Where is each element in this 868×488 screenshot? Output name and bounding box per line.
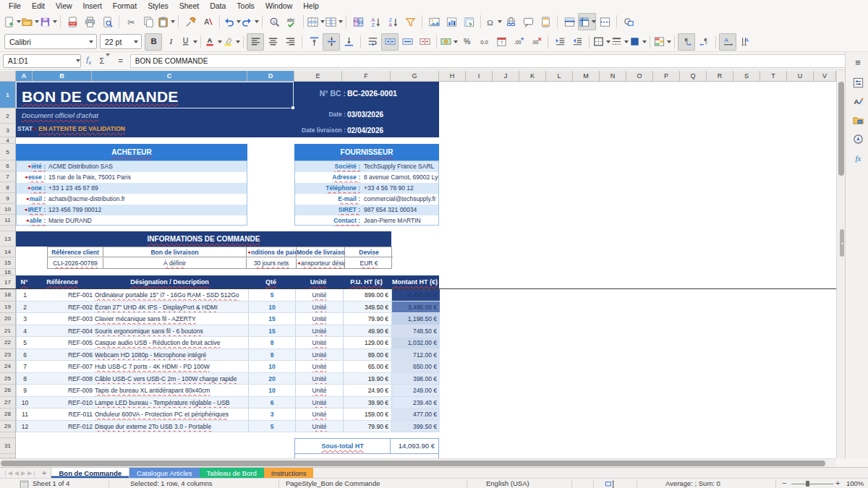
row-header-10[interactable]: 10 <box>0 204 16 215</box>
export-pdf-button[interactable]: PDF <box>64 13 81 30</box>
add-decimal-button[interactable]: .00 <box>510 33 527 51</box>
redo-button[interactable] <box>241 13 259 30</box>
item-row[interactable]: 1REF-001Ordinateur portable 15" i7 - 16G… <box>17 289 440 301</box>
previous-sheet-icon[interactable]: ◀ <box>14 470 19 476</box>
row-header-6[interactable]: 6 <box>0 160 16 171</box>
cut-button[interactable]: ✂ <box>122 13 140 30</box>
row-header-24[interactable]: 24 <box>0 361 16 373</box>
sidebar-gallery-button[interactable] <box>851 113 865 127</box>
border-style-button[interactable] <box>610 33 629 51</box>
equals-button[interactable]: = <box>113 56 129 65</box>
sheet-tab-catalogue-articles[interactable]: Catalogue Articles <box>129 468 200 478</box>
borders-button[interactable] <box>592 33 610 51</box>
menu-data[interactable]: Data <box>205 1 231 11</box>
row-header-25[interactable]: 25 <box>0 373 16 385</box>
selection-handle[interactable] <box>291 106 295 110</box>
column-header-J[interactable]: J <box>493 71 519 82</box>
vertical-scroll-thumb[interactable] <box>838 82 844 176</box>
column-header-P[interactable]: P <box>653 71 680 82</box>
sidebar-hide-grip[interactable]: ◂ <box>840 229 844 257</box>
formula-input[interactable]: BON DE COMMANDE <box>130 54 859 68</box>
sidebar-menu-button[interactable]: ≡ <box>851 55 865 69</box>
sheet-tab-tableau-de-bord[interactable]: Tableau de Bord <box>200 468 264 478</box>
merge-across-button[interactable] <box>399 33 416 51</box>
zoom-slider[interactable] <box>791 484 833 485</box>
row-header-21[interactable]: 21 <box>0 325 16 338</box>
autofilter-button[interactable] <box>401 13 419 30</box>
border-color-button[interactable] <box>629 33 647 51</box>
average-sum-info[interactable]: Average: ; Sum: 0 <box>665 479 720 488</box>
row-header-26[interactable]: 26 <box>0 385 16 397</box>
item-row[interactable]: 3REF-003Clavier mécanique sans fil - AZE… <box>17 313 440 325</box>
row-header-11[interactable]: 11 <box>0 215 16 226</box>
wrap-text-button[interactable] <box>364 33 381 51</box>
paste-button[interactable] <box>157 13 175 30</box>
align-vcenter-button[interactable] <box>323 33 340 51</box>
row-header-1[interactable]: 1 <box>0 82 16 108</box>
unmerge-cells-button[interactable] <box>416 33 433 51</box>
column-header-M[interactable]: M <box>573 71 600 82</box>
row-header-18[interactable]: 18 <box>0 289 16 301</box>
save-button[interactable] <box>39 13 57 30</box>
sheet-tab-instructions[interactable]: Instructions <box>264 468 314 478</box>
column-header-R[interactable]: R <box>707 71 733 82</box>
menu-format[interactable]: Format <box>108 1 142 11</box>
find-replace-button[interactable]: d <box>265 13 283 30</box>
conditional-formatting-button[interactable] <box>653 33 671 51</box>
column-header-E[interactable]: E <box>294 71 342 82</box>
sidebar-styles-button[interactable]: A <box>851 94 865 108</box>
menu-file[interactable]: File <box>4 1 26 11</box>
row-header-23[interactable]: 23 <box>0 349 16 361</box>
row-header-16[interactable]: 16 <box>0 269 16 275</box>
row-header-17[interactable]: 17 <box>0 275 16 289</box>
vertical-scrollbar[interactable] <box>836 70 845 458</box>
horizontal-scroll-thumb[interactable] <box>1 461 825 466</box>
align-right-button[interactable] <box>281 33 299 51</box>
item-row[interactable]: 8REF-008Câble USB-C vers USB-C 2m - 100W… <box>17 373 440 385</box>
item-row[interactable]: 9REF-009Tapis de bureau XL antidérapant … <box>17 385 440 397</box>
row-header-20[interactable]: 20 <box>0 313 16 325</box>
column-header-Q[interactable]: Q <box>680 71 707 82</box>
column-header-H[interactable]: H <box>439 71 466 82</box>
row-header-2[interactable]: 2 <box>0 108 16 124</box>
sort-descending-button[interactable]: ZA <box>384 13 401 30</box>
last-sheet-icon[interactable]: ▶❘ <box>27 470 37 476</box>
menu-view[interactable]: View <box>51 1 77 11</box>
item-row[interactable]: 10REF-010Lampe LED bureau - Température … <box>17 397 440 409</box>
zoom-out-button[interactable]: − <box>782 479 786 488</box>
row-header-4[interactable]: 4 <box>0 137 16 144</box>
name-box[interactable]: A1:D1 <box>3 54 81 68</box>
freeze-panes-button[interactable] <box>578 13 596 30</box>
row-header-22[interactable]: 22 <box>0 337 16 349</box>
row-header-27[interactable]: 27 <box>0 397 16 409</box>
column-header-S[interactable]: S <box>733 71 760 82</box>
column-header-T[interactable]: T <box>760 71 787 82</box>
item-row[interactable]: 4REF-004Souris ergonomique sans fil - 6 … <box>17 325 440 338</box>
sidebar-properties-button[interactable] <box>851 75 865 90</box>
column-header-O[interactable]: O <box>626 71 653 82</box>
clear-formatting-button[interactable]: A <box>199 13 216 30</box>
select-all-corner[interactable] <box>0 71 16 82</box>
spreadsheet-grid[interactable]: ABCDEFGHIJKLMNOPQRSTUV 12345678910111314… <box>0 70 836 458</box>
row-header-5[interactable]: 5 <box>0 144 16 160</box>
column-header-G[interactable]: G <box>391 71 439 82</box>
sidebar-functions-button[interactable]: fx <box>851 150 865 165</box>
page-style[interactable]: PageStyle_Bon de Commande <box>286 479 380 488</box>
delete-decimal-button[interactable]: .00 <box>527 33 545 51</box>
item-row[interactable]: 6REF-006Webcam HD 1080p - Microphone int… <box>17 349 440 361</box>
selection-mode-icon[interactable] <box>604 479 616 488</box>
text-ltr-button[interactable]: ¶ <box>678 33 695 51</box>
item-row[interactable]: 2REF-002Écran 27" UHD 4K IPS - DisplayPo… <box>17 301 440 314</box>
row-header-9[interactable]: 9 <box>0 193 16 204</box>
add-sheet-button[interactable]: + <box>41 468 51 478</box>
column-header-U[interactable]: U <box>787 71 814 82</box>
first-sheet-icon[interactable]: ❘◀ <box>3 470 12 476</box>
text-direction-vertical-button[interactable]: A <box>736 33 754 51</box>
copy-button[interactable] <box>140 13 157 30</box>
spelling-button[interactable]: abc <box>283 13 300 30</box>
column-header-I[interactable]: I <box>466 71 493 82</box>
merge-cells-button[interactable] <box>381 33 399 51</box>
sum-button[interactable]: Σ <box>97 56 113 65</box>
print-button[interactable] <box>81 13 98 30</box>
item-row[interactable]: 11REF-011Onduleur 600VA - Protection PC … <box>17 408 440 421</box>
